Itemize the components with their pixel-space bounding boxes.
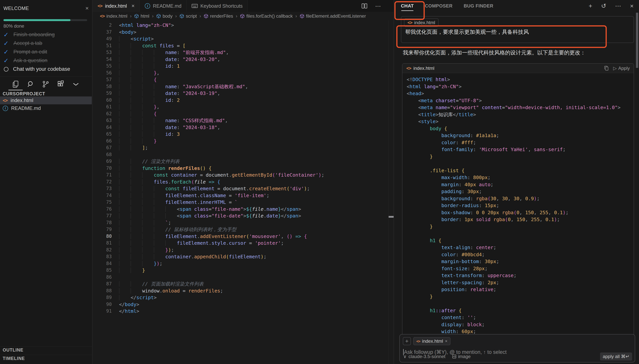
info-icon: i: [145, 3, 150, 9]
apply-all-button[interactable]: apply all ⌘↵: [600, 352, 632, 360]
chip-close-icon[interactable]: ×: [445, 339, 447, 344]
code-line: <meta name="viewport" content="width=dev…: [407, 104, 634, 111]
explorer-file-list: <>index.htmliREADME.md: [0, 96, 92, 112]
model-selector[interactable]: ∨ claude-3.5-sonnet: [403, 354, 446, 359]
task-item[interactable]: ✓Finish onboarding: [4, 30, 90, 39]
code-line: 70 function renderFiles() {: [93, 165, 394, 172]
task-item[interactable]: ✓Accept a tab: [4, 39, 90, 48]
chat-tab-bug-finder[interactable]: BUG FINDER: [464, 3, 493, 9]
code-line: <html lang="zh-CN">: [407, 83, 634, 90]
new-chat-icon[interactable]: +: [589, 3, 592, 9]
tab-README.md[interactable]: iREADME.md: [140, 0, 187, 12]
files-icon[interactable]: [11, 80, 20, 88]
code-line: color: #fff;: [407, 139, 634, 146]
sidebar-panel-timeline[interactable]: TIMELINE: [3, 356, 25, 361]
active-toolbar-underline: [9, 90, 23, 90]
code-line: 90</body>: [93, 301, 394, 308]
breadcrumb-item[interactable]: files.forEach() callback: [240, 14, 293, 19]
history-icon[interactable]: ↺: [601, 3, 606, 9]
code-line: <title>知识库</title>: [407, 111, 634, 118]
code-line: 88 window.onload = renderFiles;: [93, 288, 394, 294]
chat-header-actions: +↺⋯×: [589, 0, 634, 12]
breadcrumb-item[interactable]: body: [156, 14, 173, 19]
file-item-README.md[interactable]: iREADME.md: [0, 104, 92, 112]
add-context-button[interactable]: +: [403, 337, 411, 345]
split-editor-icon[interactable]: [361, 3, 367, 9]
chat-tab-chat[interactable]: CHAT: [401, 3, 414, 9]
code-line: font-family: 'Microsoft YaHei', sans-ser…: [407, 146, 634, 153]
code-line: <head>: [407, 90, 634, 97]
symbol-icon: [300, 14, 304, 18]
code-line: padding: 30px;: [407, 188, 634, 195]
breadcrumb-item[interactable]: script: [179, 14, 197, 19]
info-icon: i: [3, 106, 8, 111]
breadcrumb-item[interactable]: fileElement.addEventListener: [300, 14, 366, 19]
chat-scrollbar[interactable]: [636, 13, 638, 68]
code-line: text-transform: uppercase;: [407, 272, 634, 279]
tab-index.html[interactable]: <>index.html×: [93, 0, 140, 12]
check-icon: ✓: [4, 48, 10, 56]
code-line: 86: [93, 274, 394, 281]
chevron-right-icon: ›: [175, 14, 177, 19]
chat-code-lines[interactable]: <!DOCTYPE html><html lang="zh-CN"><head>…: [402, 73, 634, 342]
check-icon: ✓: [4, 40, 10, 47]
code-line: 82 });: [93, 247, 394, 254]
code-line: 77 <span class="file-date">${file.date}<…: [93, 212, 394, 220]
user-message-card: <> index.html 帮我优化页面，要求显示更加美观一些，具备科技风: [401, 16, 634, 43]
code-line: 80 fileElement.addEventListener('mouseov…: [93, 233, 394, 240]
check-icon: ✓: [4, 31, 10, 38]
overview-ruler-border: [388, 20, 388, 364]
input-context-chip[interactable]: <> index.html ×: [413, 337, 451, 345]
code-line: 54 date: "2024-03-20",: [93, 56, 394, 63]
code-block-filename: index.html: [413, 66, 434, 71]
code-line: [407, 160, 634, 167]
breadcrumb-item[interactable]: html: [134, 14, 149, 19]
chat-input-box: + <> index.html × Ask followup (⌘Y), @ t…: [399, 334, 635, 362]
extensions-icon[interactable]: [57, 80, 65, 88]
circle-icon: [4, 67, 9, 72]
symbol-icon: [204, 14, 208, 18]
code-line: box-shadow: 0 0 20px rgba(0, 150, 255, 0…: [407, 209, 634, 216]
code-line: display: block;: [407, 321, 634, 328]
code-line: 57 {: [93, 76, 394, 83]
html-file-icon: <>: [416, 339, 420, 344]
tab-Keyboard Shortcuts[interactable]: Keyboard Shortcuts: [187, 0, 248, 12]
code-area[interactable]: 2<html lang="zh-CN">37<body>49 <script>5…: [93, 20, 394, 315]
more-actions-icon[interactable]: ⋯: [375, 3, 381, 10]
code-line: 63 name: "CSS样式指南.md",: [93, 117, 394, 124]
code-line: 79 // 鼠标移动到列表时，变为手型: [93, 226, 394, 233]
task-item[interactable]: ✓Ask a question: [4, 56, 90, 65]
symbol-icon: [179, 14, 184, 18]
chat-tab-composer[interactable]: COMPOSER: [425, 3, 453, 9]
code-line: 58 name: "JavaScript基础教程.md",: [93, 83, 394, 90]
code-line: h1::after {: [407, 307, 634, 314]
symbol-icon: [240, 14, 245, 18]
code-line: border: 1px solid rgba(0, 150, 255, 0.1)…: [407, 216, 634, 223]
more-icon[interactable]: ⋯: [615, 3, 621, 9]
chevron-down-icon[interactable]: [71, 80, 80, 88]
welcome-tasks: ✓Finish onboarding✓Accept a tab✓Prompt a…: [4, 30, 90, 74]
task-item[interactable]: ✓Prompt an edit: [4, 48, 90, 56]
breadcrumb-item[interactable]: renderFiles: [204, 14, 233, 19]
breadcrumb-item[interactable]: <>index.html: [100, 14, 127, 19]
close-icon[interactable]: ×: [131, 3, 135, 9]
cursor-window: WELCOME × 80% done ✓Finish onboarding✓Ac…: [0, 0, 639, 364]
close-icon[interactable]: ×: [630, 3, 634, 9]
code-line: 76 <span class="file-name">${file.name}<…: [93, 206, 394, 213]
close-icon[interactable]: ×: [85, 5, 89, 12]
copy-icon[interactable]: [604, 66, 609, 71]
code-line: 73 const fileElement = document.createEl…: [93, 185, 394, 192]
code-line: 68: [93, 151, 394, 158]
attach-image-button[interactable]: image: [452, 354, 471, 359]
apply-button[interactable]: ▷ Apply: [613, 66, 630, 71]
task-item[interactable]: Chat with your codebase: [4, 65, 90, 74]
sidebar-toolbar: [0, 78, 91, 90]
search-icon[interactable]: [26, 80, 35, 88]
code-line: 69 // 渲染文件列表: [93, 158, 394, 165]
context-file-chip[interactable]: <> index.html: [404, 18, 439, 27]
source-control-icon[interactable]: [41, 80, 50, 88]
sidebar-panel-outline[interactable]: OUTLINE: [3, 348, 24, 353]
image-icon: [452, 354, 457, 359]
file-item-index.html[interactable]: <>index.html: [0, 96, 92, 104]
chat-panel: CHATCOMPOSERBUG FINDER +↺⋯× <> index.htm…: [394, 0, 639, 364]
